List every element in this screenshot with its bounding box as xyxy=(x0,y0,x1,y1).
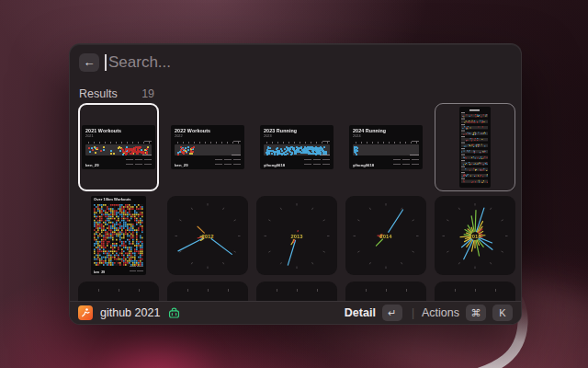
detail-label[interactable]: Detail xyxy=(345,306,376,319)
poster-title: 2023 Running xyxy=(264,128,297,133)
actions-label[interactable]: Actions xyxy=(422,306,459,319)
poster-stats xyxy=(211,153,241,167)
radial-year-chart: 2018 xyxy=(435,198,515,274)
poster-title: 2021 Workouts xyxy=(85,128,121,133)
poster-subtitle: 2024 xyxy=(353,134,361,138)
k-key-icon[interactable]: K xyxy=(492,305,513,321)
poster-username: ben_29 xyxy=(175,164,187,167)
svg-text:2014: 2014 xyxy=(380,233,393,238)
poster-subtitle: 2023 xyxy=(264,134,272,138)
results-label: Results xyxy=(79,87,118,100)
radial-year-chart: 2012 xyxy=(167,198,248,274)
result-card-2024[interactable]: 2024 Running 2024 yihong0618 xyxy=(345,103,426,191)
search-window: ← Search... Results 19 2021 Workouts 202… xyxy=(69,43,522,325)
poster-total-label xyxy=(233,141,241,143)
text-caret xyxy=(105,54,107,71)
search-header: ← Search... xyxy=(70,44,521,83)
poster-total-label xyxy=(144,141,152,143)
results-row-2: Over 10km Workouts ben_29 20122013201420… xyxy=(70,196,521,275)
poster-total-label xyxy=(412,141,419,143)
over-10km-poster: Over 10km Workouts ben_29 xyxy=(91,196,146,275)
results-header: Results 19 xyxy=(79,87,154,100)
poster-username: yihong0618 xyxy=(264,164,285,167)
result-card-2023[interactable]: 2023 Running 2023 yihong0618 xyxy=(256,103,337,191)
poster-subtitle: 2021 xyxy=(85,134,94,138)
result-card-2022[interactable]: 2022 Workouts 2022 ben_29 xyxy=(167,103,248,191)
radial-year-chart: 2013 xyxy=(256,198,337,274)
svg-text:2012: 2012 xyxy=(202,233,214,238)
svg-text:2013: 2013 xyxy=(291,233,304,238)
cmd-key-icon[interactable]: ⌘ xyxy=(466,305,486,321)
runner-icon xyxy=(80,307,91,318)
poster-username: ben_29 xyxy=(85,164,98,167)
poster-subtitle: 2022 xyxy=(175,134,183,138)
poster-username: ben_29 xyxy=(94,270,105,274)
multi-year-poster-thumbnail xyxy=(459,107,491,188)
poster-stats xyxy=(390,153,419,167)
workout-poster-thumbnail: 2024 Running 2024 yihong0618 xyxy=(349,125,423,169)
svg-text:2018: 2018 xyxy=(469,233,482,238)
workout-poster-thumbnail: 2023 Running 2023 yihong0618 xyxy=(260,125,334,169)
poster-title: 2022 Workouts xyxy=(175,128,210,133)
poster-stats xyxy=(300,153,330,167)
gym-bag-icon xyxy=(167,306,181,320)
search-input[interactable]: Search... xyxy=(108,53,171,72)
result-card-over-10km[interactable]: Over 10km Workouts ben_29 xyxy=(78,196,159,275)
poster-total-label xyxy=(322,141,330,143)
result-card-2014[interactable]: 2014 xyxy=(345,196,426,275)
poster-stats xyxy=(128,263,143,272)
extension-icon xyxy=(78,305,93,320)
command-title: github 2021 xyxy=(100,306,160,319)
radial-year-chart: 2014 xyxy=(345,198,426,274)
back-arrow-icon: ← xyxy=(84,55,96,69)
desktop: { "search": { "placeholder": "Search..."… xyxy=(0,0,588,368)
wallpaper-pink-blob xyxy=(96,327,224,368)
result-card-2018[interactable]: 2018 xyxy=(435,196,515,275)
poster-username: yihong0618 xyxy=(353,164,374,167)
poster-title: Over 10km Workouts xyxy=(94,198,131,201)
results-count: 19 xyxy=(141,87,154,100)
poster-stats xyxy=(122,153,152,167)
footer-divider: | xyxy=(412,306,414,319)
workout-poster-thumbnail: 2021 Workouts 2021 ben_29 xyxy=(82,125,155,169)
result-card-2012[interactable]: 2012 xyxy=(167,196,248,275)
result-card-multi-year[interactable] xyxy=(435,103,515,191)
footer-bar: github 2021 Detail ↵ | Actions ⌘ K xyxy=(70,301,521,324)
result-card-2013[interactable]: 2013 xyxy=(256,196,337,275)
poster-title: 2024 Running xyxy=(353,128,386,133)
result-card-2021[interactable]: 2021 Workouts 2021 ben_29 xyxy=(78,103,159,191)
back-button[interactable]: ← xyxy=(79,53,99,72)
results-row-1: 2021 Workouts 2021 ben_29 2022 Workouts … xyxy=(70,103,521,191)
enter-key-icon[interactable]: ↵ xyxy=(382,305,402,321)
workout-poster-thumbnail: 2022 Workouts 2022 ben_29 xyxy=(171,125,244,169)
